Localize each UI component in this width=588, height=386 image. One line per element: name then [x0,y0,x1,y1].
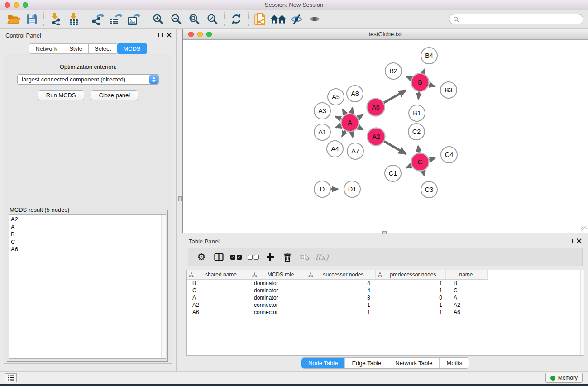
unchecked-box-icon [248,255,253,260]
export-image-icon [127,13,141,25]
refresh-view-button[interactable] [227,11,245,27]
zoom-in-icon [152,13,164,25]
save-session-button[interactable] [23,11,41,27]
tab-node-table[interactable]: Node Table [301,358,345,368]
table-row[interactable]: Bdominator41B [187,280,584,287]
tab-select[interactable]: Select [89,43,117,54]
column-header-shared-name[interactable]: shared name [187,270,250,279]
new-session-from-network-button[interactable] [251,11,269,27]
memory-button[interactable]: Memory [545,373,583,383]
edge-C-C3 [423,171,425,176]
table-settings-button[interactable]: ⚙ [193,249,210,265]
select-all-button[interactable]: ✓ ✓ [227,249,244,265]
document-network-icon [254,13,266,26]
column-header-predecessor-nodes[interactable]: predecessor nodes [376,270,446,279]
table-cell: 1 [376,280,446,286]
zoom-window-button[interactable] [23,2,28,8]
deselect-all-button[interactable] [244,249,262,265]
tab-edge-table[interactable]: Edge Table [344,358,388,368]
edge-A6-B [384,91,406,103]
column-header-label: name [448,272,487,278]
result-list-item[interactable]: C [9,238,166,246]
edge-B-B1 [418,91,419,99]
node-label-C1: C1 [389,170,397,177]
table-row[interactable]: A2connector11A2 [187,301,584,309]
task-history-button[interactable] [5,373,17,382]
table-body: Bdominator41BCdominator41CAdominator80AA… [187,280,584,316]
column-header-name[interactable]: name [446,270,488,279]
network-window-controls [188,32,212,37]
network-canvas[interactable]: AA1A2A3A4A5A6A7A8BB1B2B3B4CC1C2C3C4DD1 [183,40,588,233]
tab-network[interactable]: Network [29,43,63,54]
table-panel-title: Table Panel [189,238,220,245]
hide-graphics-details-button[interactable] [287,11,306,27]
column-header-successor-nodes[interactable]: successor nodes [306,270,376,279]
export-network-button[interactable] [89,11,107,27]
node-label-A4: A4 [331,145,339,152]
delete-column-button[interactable] [279,249,296,265]
search-box[interactable] [449,14,583,24]
toolbar-separator [224,12,225,26]
app-titlebar: Session: New Session [0,0,588,10]
result-list-item[interactable]: A6 [9,246,166,253]
import-network-icon [50,13,62,25]
node-label-A2: A2 [372,133,380,140]
minimize-network-window-button[interactable] [197,32,203,37]
node-label-C4: C4 [445,151,454,158]
zoom-selected-button[interactable] [203,11,221,27]
result-list-item[interactable]: B [9,231,166,238]
run-mcds-button[interactable]: Run MCDS [38,90,84,100]
close-table-panel-icon[interactable] [577,238,582,243]
result-list-scrollbar[interactable] [161,215,166,358]
export-table-button[interactable] [107,11,125,27]
table-tabs: Node TableEdge TableNetwork TableMotifs [182,357,588,369]
table-scrollbar[interactable] [580,270,584,355]
dropdown-stepper [149,75,158,84]
float-panel-button[interactable] [158,33,163,37]
zoom-out-icon [170,13,182,25]
split-view-button[interactable] [210,249,227,265]
table-row[interactable]: Adominator80A [187,294,584,301]
zoom-network-window-button[interactable] [206,32,212,37]
import-network-button[interactable] [47,11,65,27]
column-type-icon [308,272,313,277]
open-file-button[interactable] [5,11,23,27]
table-toolbar: ⚙ ✓ ✓ [188,248,583,266]
add-column-button[interactable] [262,249,279,265]
tab-style[interactable]: Style [63,43,89,54]
table-cell: 1 [376,309,446,315]
result-list-item[interactable]: A2 [9,215,166,224]
minimize-window-button[interactable] [14,2,19,8]
column-header-MCDS-role[interactable]: MCDS role [250,270,306,279]
result-list-item[interactable]: A [9,224,166,231]
criterion-dropdown[interactable]: largest connected component (directed) [17,74,159,85]
close-panel-icon[interactable] [167,33,172,38]
fx-icon: f(x) [315,253,328,262]
network-window-titlebar: testGlobe.txt [183,29,588,40]
close-window-button[interactable] [5,2,10,8]
table-row[interactable]: Cdominator41C [187,287,584,294]
table-row[interactable]: A6connector11A6 [187,309,584,316]
float-table-panel-button[interactable] [569,239,573,243]
export-image-button[interactable] [125,11,143,27]
tab-network-table[interactable]: Network Table [388,358,439,368]
zoom-fit-button[interactable] [185,11,203,27]
zoom-out-button[interactable] [167,11,185,27]
home-first-neighbors-button[interactable] [269,11,287,27]
tab-mcds[interactable]: MCDS [117,43,147,54]
table-cell: 0 [376,295,446,301]
close-network-window-button[interactable] [188,32,194,37]
close-panel-button[interactable]: Close panel [91,90,139,100]
tab-motifs[interactable]: Motifs [439,358,469,368]
delete-table-button[interactable] [296,249,313,265]
window-resize-grip[interactable] [581,226,587,232]
function-builder-button[interactable]: f(x) [313,249,330,265]
vertical-splitter-handle[interactable] [178,196,182,201]
show-graphics-details-button[interactable] [306,11,324,27]
search-input[interactable] [461,16,579,22]
mcds-result-title: MCDS result (5 nodes) [8,206,71,213]
table-cell: 1 [376,287,446,294]
zoom-in-button[interactable] [149,11,167,27]
import-table-button[interactable] [65,11,83,27]
horizontal-splitter-handle[interactable] [382,231,387,234]
